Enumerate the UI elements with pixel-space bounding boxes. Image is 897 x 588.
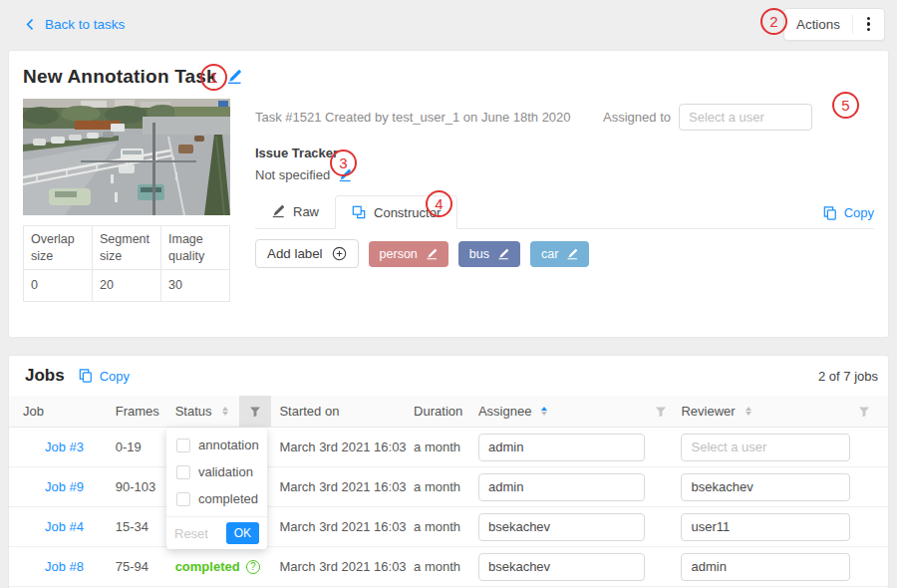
column-header-reviewer[interactable]: Reviewer	[681, 404, 750, 419]
param-header-quality: Image quality	[161, 226, 230, 270]
column-header-started: Started on	[271, 404, 411, 419]
job-duration: a month	[411, 519, 476, 534]
assigned-to-label: Assigned to	[603, 110, 671, 125]
job-link-3[interactable]: Job #3	[23, 440, 84, 454]
task-preview-image	[23, 99, 230, 215]
issue-tracker-value: Not specified	[255, 167, 330, 182]
job-started: March 3rd 2021 16:03	[271, 479, 411, 494]
tab-raw-label: Raw	[293, 204, 319, 219]
filter-option-validation[interactable]: validation	[166, 458, 267, 485]
copy-labels-link[interactable]: Copy	[823, 205, 874, 228]
annotation-circle-5: 5	[832, 92, 859, 119]
column-header-duration: Duration	[411, 404, 476, 419]
job-8-reviewer-input[interactable]	[681, 553, 850, 581]
job-row-9: Job #9 90-103 March 3rd 2021 16:03 a mon…	[9, 467, 888, 507]
annotation-circle-4: 4	[426, 190, 452, 217]
jobs-table-header: Job Frames Status Started on Duration As…	[9, 396, 888, 428]
job-duration: a month	[411, 479, 476, 494]
status-filter-dropdown: annotation validation completed Reset OK	[166, 428, 267, 549]
sort-status-icon[interactable]	[222, 407, 228, 417]
copy-icon	[823, 206, 837, 220]
job-3-reviewer-input[interactable]	[681, 434, 850, 461]
jobs-count: 2 of 7 jobs	[818, 369, 878, 384]
job-link-4[interactable]: Job #4	[23, 519, 84, 534]
copy-icon	[79, 369, 93, 383]
task-parameters-table: Overlap size Segment size Image quality …	[23, 225, 230, 302]
job-link-8[interactable]: Job #8	[23, 559, 84, 574]
block-icon	[352, 205, 366, 219]
column-header-status[interactable]: Status	[175, 404, 228, 419]
tab-raw[interactable]: Raw	[255, 194, 335, 228]
param-value-quality: 30	[161, 270, 230, 302]
copy-labels-label: Copy	[844, 205, 874, 220]
param-header-segment: Segment size	[93, 226, 161, 270]
filter-assignee-icon[interactable]	[655, 406, 667, 418]
back-to-tasks-link[interactable]: Back to tasks	[24, 17, 125, 32]
edit-label-car-icon[interactable]	[566, 248, 578, 260]
job-started: March 3rd 2021 16:03	[271, 519, 411, 534]
job-frames: 75-94	[116, 559, 175, 574]
task-title: New Annotation Task	[23, 66, 217, 88]
column-header-frames: Frames	[116, 404, 175, 419]
filter-status-icon[interactable]	[239, 396, 271, 427]
job-row-3: Job #3 0-19 March 3rd 2021 16:03 a month	[9, 428, 888, 467]
task-assignee-select[interactable]	[679, 104, 812, 131]
jobs-card: Jobs Copy 2 of 7 jobs Job Frames Status	[8, 355, 889, 588]
column-header-assignee[interactable]: Assignee	[478, 404, 547, 419]
question-circle-icon[interactable]	[246, 560, 260, 574]
param-value-segment: 20	[93, 270, 161, 302]
back-to-tasks-label: Back to tasks	[45, 17, 125, 32]
edit-task-name-icon[interactable]	[226, 69, 242, 85]
job-9-assignee-input[interactable]	[478, 473, 645, 501]
job-started: March 3rd 2021 16:03	[271, 559, 411, 574]
job-started: March 3rd 2021 16:03	[271, 440, 411, 454]
job-link-9[interactable]: Job #9	[23, 479, 84, 494]
job-4-reviewer-input[interactable]	[681, 513, 850, 541]
copy-jobs-label: Copy	[100, 369, 130, 384]
labels-editor-tabs: Raw Constructor Copy	[255, 194, 874, 229]
filter-ok-button[interactable]: OK	[226, 522, 259, 544]
task-meta-text: Task #1521 Created by test_user_1 on Jun…	[255, 110, 571, 125]
label-chip-person-name: person	[380, 247, 418, 261]
chevron-left-icon	[24, 18, 37, 31]
job-9-reviewer-input[interactable]	[681, 473, 850, 501]
annotation-circle-1: 1	[200, 64, 227, 91]
filter-option-annotation[interactable]: annotation	[166, 432, 267, 458]
copy-jobs-link[interactable]: Copy	[79, 369, 130, 384]
checkbox-validation[interactable]	[176, 465, 190, 479]
button-divider	[852, 15, 853, 34]
checkbox-annotation[interactable]	[176, 439, 190, 452]
annotation-circle-3: 3	[330, 149, 357, 176]
job-4-assignee-input[interactable]	[478, 513, 645, 541]
label-chip-car[interactable]: car	[530, 241, 589, 267]
jobs-title: Jobs	[25, 366, 65, 386]
job-duration: a month	[411, 559, 476, 574]
filter-option-completed[interactable]: completed	[166, 485, 267, 512]
sort-reviewer-icon[interactable]	[746, 407, 751, 417]
param-value-overlap: 0	[24, 270, 93, 302]
sort-assignee-icon[interactable]	[541, 407, 547, 417]
add-label-button[interactable]: Add label	[255, 239, 359, 268]
edit-label-bus-icon[interactable]	[497, 248, 509, 260]
job-status: completed	[175, 559, 240, 574]
label-chip-bus-name: bus	[469, 247, 489, 261]
pencil-icon	[271, 204, 285, 218]
label-chip-person[interactable]: person	[369, 241, 448, 267]
plus-circle-icon	[332, 246, 347, 261]
filter-reset-button[interactable]: Reset	[174, 526, 208, 541]
job-row-8: Job #8 75-94 completed March 3rd 2021 16…	[9, 547, 888, 587]
actions-button[interactable]: Actions	[783, 8, 885, 41]
edit-label-person-icon[interactable]	[426, 248, 438, 260]
label-chip-car-name: car	[541, 247, 558, 261]
checkbox-completed[interactable]	[176, 492, 190, 506]
job-row-4: Job #4 15-34 March 3rd 2021 16:03 a mont…	[9, 507, 888, 547]
add-label-text: Add label	[267, 246, 323, 261]
param-header-overlap: Overlap size	[24, 226, 93, 270]
filter-reviewer-icon[interactable]	[858, 406, 870, 418]
job-3-assignee-input[interactable]	[478, 434, 645, 461]
job-duration: a month	[411, 440, 476, 454]
more-icon	[865, 17, 872, 32]
task-details-page: Back to tasks Actions New Annotation Tas…	[0, 0, 897, 588]
label-chip-bus[interactable]: bus	[458, 241, 520, 267]
job-8-assignee-input[interactable]	[478, 553, 645, 581]
